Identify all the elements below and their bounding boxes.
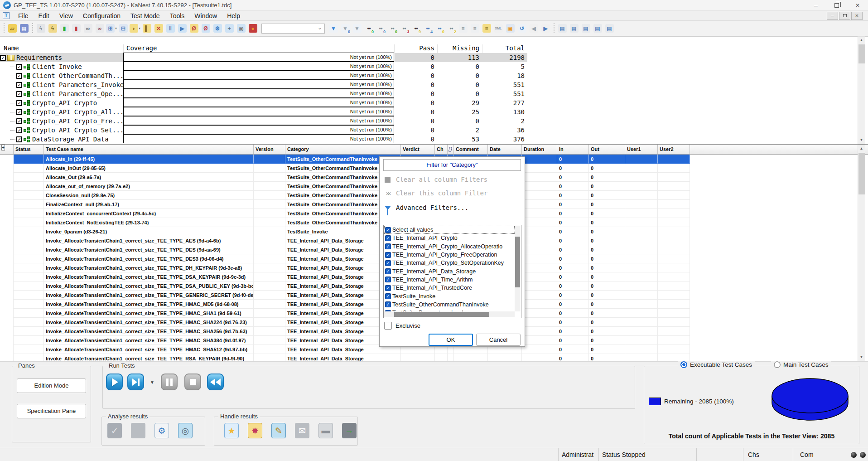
scroll-down-icon[interactable]: ▼ bbox=[858, 354, 865, 361]
tree-checkbox[interactable]: ✓ bbox=[0, 55, 6, 61]
filter-value-item[interactable]: ✓Select all values bbox=[384, 226, 515, 234]
menu-test-mode[interactable]: Test Mode bbox=[125, 11, 165, 21]
tree-row[interactable]: ✓Client OtherCommandTh...Not yet run (10… bbox=[0, 71, 868, 80]
marker-green-icon[interactable]: ▮ bbox=[59, 23, 70, 34]
checked-checkbox[interactable]: ✓ bbox=[385, 301, 391, 307]
filter-combobox[interactable] bbox=[261, 24, 325, 34]
window-hold-icon[interactable]: + bbox=[224, 23, 235, 34]
run-doc-lightning-icon[interactable]: ϟ bbox=[47, 23, 58, 34]
mdi-restore-button[interactable] bbox=[839, 12, 850, 20]
filter-value-item[interactable]: ✓TestSuite_Invoke bbox=[384, 292, 515, 300]
export-report-1-icon[interactable]: ▤ bbox=[557, 23, 568, 34]
menu-configuration[interactable]: Configuration bbox=[78, 11, 125, 21]
scroll-down-icon[interactable]: ▼ bbox=[858, 136, 865, 144]
column-header-user2[interactable]: User2 bbox=[658, 145, 690, 154]
run-to-end-button[interactable] bbox=[127, 374, 144, 390]
column-header-duration[interactable]: Duration bbox=[522, 145, 557, 154]
tree-row[interactable]: ✓DataStorage_API_DataNot yet run (100%)0… bbox=[0, 135, 868, 144]
filter-value-item[interactable]: ✓TEE_Internal_API_Data_Storage bbox=[384, 267, 515, 275]
column-header-version[interactable]: Version bbox=[254, 145, 285, 154]
find-last-icon[interactable]: ●●2 bbox=[446, 23, 457, 34]
find-next-icon[interactable]: ●●0 bbox=[375, 23, 386, 34]
find-prev-icon[interactable]: ●●0 bbox=[387, 23, 398, 34]
import-save-icon[interactable]: ▤ bbox=[19, 23, 29, 34]
checked-checkbox[interactable]: ✓ bbox=[385, 268, 391, 274]
tree-checkbox[interactable]: ✓ bbox=[16, 64, 22, 70]
tree-row[interactable]: ✓Client Parameters_Ope...Not yet run (10… bbox=[0, 89, 868, 98]
run-options-dropdown-icon[interactable]: ▼ bbox=[150, 380, 154, 385]
column-header-pass[interactable]: Pass bbox=[394, 44, 437, 53]
find-out-icon[interactable]: ●●0 bbox=[434, 23, 445, 34]
scroll-thumb[interactable] bbox=[858, 44, 865, 63]
column-header-ch[interactable]: Ch bbox=[435, 145, 448, 154]
mail-result-icon[interactable]: ✉ bbox=[295, 423, 309, 438]
column-header-missing[interactable]: Missing bbox=[437, 44, 482, 53]
checked-checkbox[interactable]: ✓ bbox=[385, 277, 391, 282]
xml-export-icon[interactable]: XML bbox=[493, 23, 504, 34]
menu-view[interactable]: View bbox=[54, 11, 78, 21]
checked-checkbox[interactable]: ✓ bbox=[385, 235, 391, 241]
export-archive-icon[interactable]: → bbox=[342, 423, 357, 438]
pause-button[interactable] bbox=[161, 374, 178, 390]
nav-forward-icon[interactable]: ▶ bbox=[540, 23, 551, 34]
checked-checkbox[interactable]: ✓ bbox=[385, 285, 391, 291]
nav-back-icon[interactable]: ◀ bbox=[528, 23, 539, 34]
note-hold-icon[interactable]: ▌ bbox=[141, 23, 152, 34]
column-header-attachment[interactable] bbox=[448, 145, 454, 154]
column-header-name[interactable]: Name bbox=[0, 44, 123, 53]
unlink-icon[interactable]: ∞ bbox=[94, 23, 105, 34]
advanced-filters-item[interactable]: Advanced Filters... bbox=[380, 201, 525, 214]
verdict-stamp-icon[interactable]: ✓ bbox=[107, 423, 122, 438]
menu-edit[interactable]: Edit bbox=[34, 11, 54, 21]
certificate-icon[interactable]: ✸ bbox=[248, 423, 262, 438]
run-lightning-icon[interactable]: ϟ bbox=[35, 23, 46, 34]
tree-checkbox[interactable]: ✓ bbox=[16, 82, 22, 88]
sync-icon[interactable]: ↺ bbox=[516, 23, 527, 34]
column-header-out[interactable]: Out bbox=[589, 145, 625, 154]
tree-row[interactable]: ✓Crypto_API CryptoNot yet run (100%)0292… bbox=[0, 98, 868, 107]
checked-checkbox[interactable]: ✓ bbox=[385, 243, 391, 249]
column-header-comment[interactable]: Comment bbox=[454, 145, 488, 154]
exclusive-checkbox[interactable] bbox=[384, 322, 392, 330]
print-result-icon[interactable]: ▬ bbox=[318, 423, 333, 438]
scroll-up-icon[interactable]: ▲ bbox=[858, 37, 865, 44]
test-cases-scrollbar[interactable]: ▲ ▼ bbox=[858, 145, 865, 361]
tree-run-icon[interactable]: ⊞▾ bbox=[106, 23, 117, 34]
tree-checkbox[interactable]: ✓ bbox=[16, 73, 22, 79]
close-button[interactable]: ✕ bbox=[847, 0, 868, 11]
filter-value-item[interactable]: ✓TEE_Internal_API_Time_Arithm bbox=[384, 276, 515, 284]
link-icon[interactable]: ∞ bbox=[82, 23, 93, 34]
find-failed-icon[interactable]: ●●J bbox=[399, 23, 410, 34]
tree-checkbox[interactable]: ✓ bbox=[16, 127, 22, 133]
note-block-icon[interactable]: Ø bbox=[188, 23, 199, 34]
list-horizontal-scrollbar[interactable] bbox=[384, 311, 515, 317]
list-steps-icon[interactable]: ≡ bbox=[458, 23, 468, 34]
tree-row[interactable]: ✓RequirementsNot yet run (100%)01132198 bbox=[0, 53, 868, 62]
generate-report-icon[interactable]: ⚙ bbox=[154, 423, 169, 438]
expand-all-icon[interactable]: + bbox=[1, 145, 5, 150]
tree-row[interactable]: ✓Client Parameters_InvokeNot yet run (10… bbox=[0, 80, 868, 89]
run-play-button[interactable] bbox=[106, 374, 123, 390]
specification-pane-button[interactable]: Specification Pane bbox=[17, 404, 86, 418]
stop-button[interactable] bbox=[184, 374, 201, 390]
comment-forward-icon[interactable]: ◗▾ bbox=[130, 23, 140, 34]
tree-row[interactable]: ✓Crypto_API Crypto_Set...Not yet run (10… bbox=[0, 126, 868, 135]
attach-report-icon[interactable]: ◎ bbox=[178, 423, 193, 438]
play-frame-icon[interactable]: ▶ bbox=[177, 23, 188, 34]
find-in-icon[interactable]: ●●4 bbox=[422, 23, 433, 34]
list-vertical-scrollbar[interactable] bbox=[515, 226, 521, 311]
filter-value-item[interactable]: ✓TEE_Internal_API_Crypto bbox=[384, 234, 515, 242]
requirements-scrollbar[interactable]: ▲ ▼ bbox=[858, 36, 865, 144]
window-settings-icon[interactable]: ⚙ bbox=[212, 23, 223, 34]
export-report-4-icon[interactable]: ▤ bbox=[592, 23, 603, 34]
exclusive-option[interactable]: Excluvise bbox=[384, 322, 420, 330]
column-header-verdict[interactable]: Verdict bbox=[401, 145, 435, 154]
column-header-status[interactable]: Status bbox=[14, 145, 44, 154]
stop-bomb-icon[interactable]: ● bbox=[247, 23, 258, 34]
menu-tools[interactable]: Tools bbox=[165, 11, 190, 21]
mdi-close-button[interactable]: ✕ bbox=[851, 12, 863, 20]
tree-row[interactable]: ✓Client InvokeNot yet run (100%)005 bbox=[0, 62, 868, 71]
edition-mode-button[interactable]: Edition Mode bbox=[17, 379, 86, 393]
filter-value-item[interactable]: ✓TestSuite_OtherCommandThanInvoke bbox=[384, 301, 515, 309]
ok-button[interactable]: OK bbox=[429, 334, 473, 346]
